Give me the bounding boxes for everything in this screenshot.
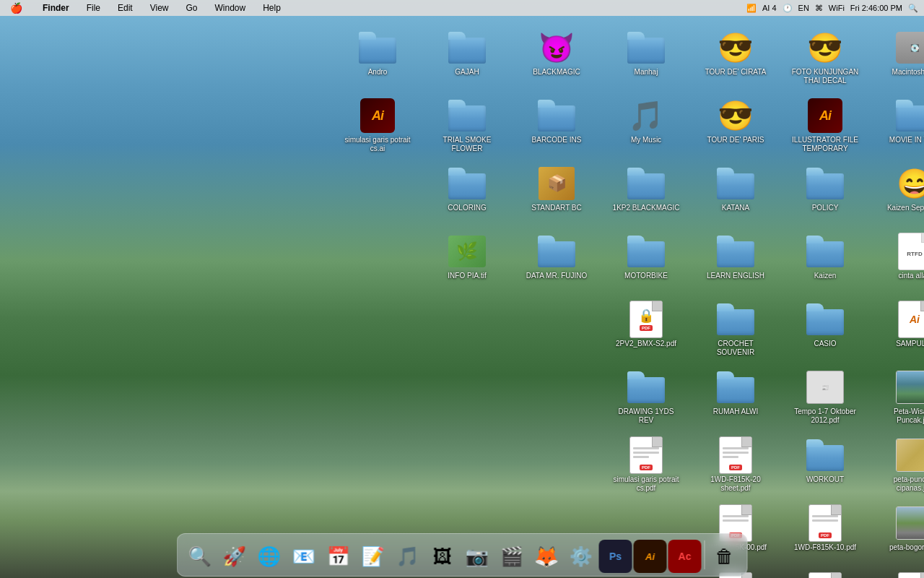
icon-blackmagic[interactable]: 😈 BLACKMAGIC — [517, 26, 596, 91]
dock-itunes[interactable]: 🎵 — [391, 540, 424, 573]
dock-notes[interactable]: 📝 — [357, 540, 390, 573]
time-display: Fri 2:46:00 PM — [850, 4, 902, 12]
icon-coloring[interactable]: COLORING — [427, 162, 507, 227]
icon-tempo[interactable]: 📰 Tempo 1-7 Oktober 2012.pdf — [785, 366, 865, 431]
icon-simulasi-pdf[interactable]: PDF simulasi garis potrait cs.pdf — [606, 434, 686, 499]
icon-policy[interactable]: POLICY — [785, 162, 865, 227]
icon-peta-wisata[interactable]: Peta-Wisata-Puncak.jpg — [875, 366, 924, 431]
view-menu[interactable]: View — [146, 3, 173, 13]
dock-photos[interactable]: 🖼 — [426, 540, 459, 573]
icon-movie-in-thai[interactable]: MOVIE IN THAI — [875, 94, 924, 159]
icon-workout[interactable]: WORKOUT — [785, 434, 865, 499]
icon-cinta-allah[interactable]: RTFD cinta allah — [875, 230, 924, 295]
icon-1wd-20-sheet[interactable]: PDF 1WD-F815K-20 sheet.pdf — [696, 434, 775, 499]
icon-crochet-souvenir[interactable]: CROCHET SOUVENIR — [696, 298, 775, 363]
search-icon[interactable]: 🔍 — [908, 4, 918, 13]
dock-calendar[interactable]: 📅 — [322, 540, 355, 573]
dock-finder[interactable]: 🔍 — [183, 540, 217, 573]
icon-learn-english[interactable]: LEARN ENGLISH — [696, 230, 775, 295]
icon-rumah-alwi[interactable]: RUMAH ALWI — [696, 366, 775, 431]
icon-barcode-ins[interactable]: BARCODE INS — [517, 94, 596, 159]
icon-2pv2-bmx[interactable]: 🔒 PDF 2PV2_BMX-S2.pdf — [606, 298, 686, 363]
help-menu[interactable]: Help — [258, 3, 285, 13]
wifi-icon[interactable]: 📶 — [746, 4, 757, 13]
dock: 🔍 🚀 🌐 📧 📅 📝 🎵 🖼 📷 🎬 🦊 ⚙️ Ps Ai Ac 🗑 — [177, 533, 748, 577]
dock-acrobat[interactable]: Ac — [668, 540, 702, 573]
icon-standart-bc[interactable]: 📦 STANDART BC — [517, 162, 596, 227]
icon-tour-de-cirata[interactable]: 😎 TOUR DE' CIRATA — [696, 26, 775, 91]
icon-peta-puncak[interactable]: peta-puncak-cipanas.jpg — [875, 434, 924, 499]
desktop-icons-area: Andro GAJAH 😈 BLACKMAGIC Manhaj 😎 TOUR D… — [332, 20, 924, 529]
icon-1kp2-blackmagic[interactable]: 1KP2 BLACKMAGIC — [606, 162, 686, 227]
dock-separator — [705, 540, 705, 569]
icon-1wd-20-pdf2[interactable]: PDF 1WD-F815K-20.pdf — [875, 569, 924, 578]
dock-launchpad[interactable]: 🚀 — [218, 540, 251, 573]
icon-my-music[interactable]: 🎵 My Music — [606, 94, 686, 159]
icon-casio[interactable]: CASIO — [785, 298, 865, 363]
icon-peta-bogor[interactable]: peta-bogor1.jpg — [875, 501, 924, 566]
icon-simulasi-garis[interactable]: Ai simulasi garis potrait cs.ai — [338, 94, 417, 159]
icon-kaizen[interactable]: Kaizen — [785, 230, 865, 295]
file-menu[interactable]: File — [82, 3, 105, 13]
icon-trial-smoke[interactable]: TRIAL SMOKE FLOWER — [427, 94, 507, 159]
icon-tour-de-paris[interactable]: 😎 TOUR DE' PARIS — [696, 94, 775, 159]
icon-1wd-10-sheet[interactable]: PDF 1WD-F815K-10 sheet.pdf — [785, 569, 865, 578]
menubar: 🍎 Finder File Edit View Go Window Help 📶… — [0, 0, 924, 16]
dock-trash[interactable]: 🗑 — [708, 540, 741, 573]
dock-photoshop[interactable]: Ps — [599, 540, 632, 573]
icon-data-mr-fujino[interactable]: DATA MR. FUJINO — [517, 230, 596, 295]
battery-status: AI 4 — [762, 4, 777, 12]
icon-manhaj[interactable]: Manhaj — [606, 26, 686, 91]
edit-menu[interactable]: Edit — [113, 3, 137, 13]
icon-macintosh-hd[interactable]: 💽 Macintosh HD — [875, 26, 924, 91]
dock-illustrator[interactable]: Ai — [634, 540, 667, 573]
dock-camera[interactable]: 📷 — [461, 540, 494, 573]
icon-katana[interactable]: KATANA — [696, 162, 775, 227]
bluetooth-icon: ⌘ — [815, 4, 823, 13]
icon-motorbike[interactable]: MOTORBIKE — [606, 230, 686, 295]
icon-info-pia[interactable]: 🌿 INFO PIA.tif — [427, 230, 507, 295]
dock-firefox[interactable]: 🦊 — [530, 540, 563, 573]
icon-gajah[interactable]: GAJAH — [427, 26, 507, 91]
wifi-status: WiFi — [829, 4, 845, 12]
dock-safari[interactable]: 🌐 — [253, 540, 286, 573]
icon-andro[interactable]: Andro — [338, 26, 417, 91]
input-source: EN — [798, 4, 809, 12]
icon-sampul-ai[interactable]: Ai SAMPUL.ai — [875, 298, 924, 363]
clock-icon: 🕐 — [783, 4, 793, 13]
dock-system-prefs[interactable]: ⚙️ — [565, 540, 598, 573]
dock-quicktime[interactable]: 🎬 — [495, 540, 528, 573]
go-menu[interactable]: Go — [182, 3, 202, 13]
icon-illustrator-file[interactable]: Ai ILLUSTRATOR FILE TEMPORARY — [785, 94, 865, 159]
dock-mail[interactable]: 📧 — [287, 540, 321, 573]
icon-foto-kunjungan[interactable]: 😎 FOTO KUNJUNGAN THAI DECAL — [785, 26, 865, 91]
finder-menu[interactable]: Finder — [38, 3, 74, 13]
window-menu[interactable]: Window — [211, 3, 250, 13]
apple-menu[interactable]: 🍎 — [6, 2, 27, 14]
icon-drawing-1yds[interactable]: DRAWING 1YDS REV — [606, 366, 686, 431]
icon-kaizen-sep[interactable]: 😄 Kaizen Sep 2011 — [875, 162, 924, 227]
icon-1wd-10-pdf[interactable]: PDF 1WD-F815K-10.pdf — [785, 501, 865, 566]
